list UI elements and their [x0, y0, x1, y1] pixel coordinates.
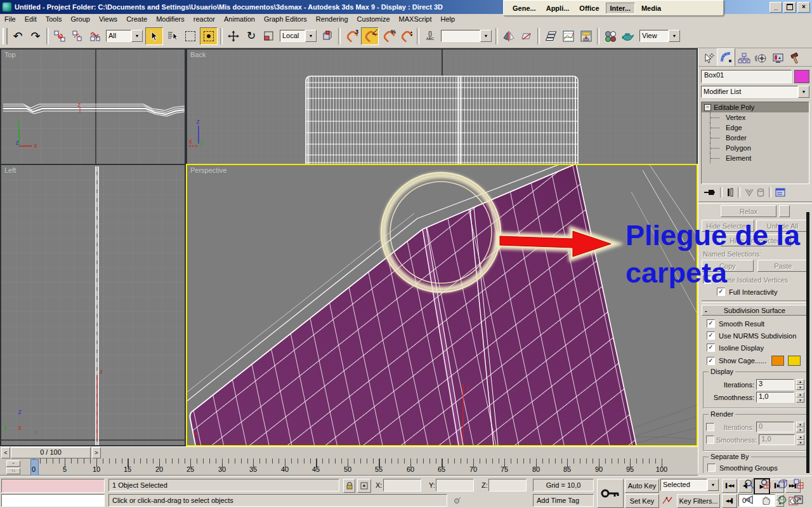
zoom-extents-button[interactable]	[775, 478, 789, 490]
unhide-all-button[interactable]: Unhide All	[756, 220, 809, 232]
render-scene-button[interactable]	[620, 28, 636, 44]
zoom-all-button[interactable]	[759, 478, 773, 490]
layer-manager-button[interactable]	[542, 28, 559, 44]
menu-maxscript[interactable]: MAXScript	[395, 15, 436, 23]
key-mode-toggle[interactable]: ◀◀▌	[722, 494, 737, 508]
select-and-move-button[interactable]	[225, 28, 242, 44]
selection-set-combo[interactable]: Selected ▼	[660, 479, 719, 491]
mini-curve-editor-button[interactable]: ~↑↓	[6, 460, 20, 473]
menu-file[interactable]: File	[0, 15, 20, 23]
tab-utilities[interactable]	[787, 51, 804, 66]
field-of-view-button[interactable]	[742, 493, 756, 506]
angle-snap-toggle[interactable]	[361, 27, 379, 45]
pan-button[interactable]	[759, 493, 773, 506]
stack-item-vertex[interactable]: Vertex	[702, 112, 809, 123]
display-smoothness-spinner[interactable]: ▲▼	[796, 392, 804, 403]
configure-modifier-sets-button[interactable]	[775, 188, 787, 197]
object-color-swatch[interactable]	[794, 70, 809, 83]
smooth-result-checkbox[interactable]: ✓	[707, 319, 715, 328]
hide-selected-button[interactable]: Hide Selected	[702, 220, 754, 232]
curve-editor-button[interactable]	[560, 28, 577, 44]
hide-unselected-button[interactable]: Hide Unselected	[720, 234, 791, 246]
menu-views[interactable]: Views	[95, 15, 122, 23]
tab-display[interactable]	[769, 51, 787, 66]
render-smoothness-field[interactable]: 1,0	[759, 434, 795, 445]
selection-lock-toggle[interactable]	[343, 479, 355, 493]
menu-edit[interactable]: Edit	[20, 15, 41, 23]
stack-item-element[interactable]: Element	[702, 153, 809, 163]
viewport-top-label[interactable]: Top	[4, 51, 16, 58]
restore-button[interactable]	[783, 2, 796, 13]
copy-button[interactable]: Copy	[702, 260, 754, 272]
previous-frame-arrow[interactable]: <	[1, 447, 10, 458]
viewport-perspective-label[interactable]: Perspective	[190, 166, 226, 174]
menu-help[interactable]: Help	[436, 15, 460, 23]
menu-rendering[interactable]: Rendering	[311, 15, 353, 23]
percent-snap-toggle[interactable]: %	[380, 28, 396, 44]
snap-toggle-3d-button[interactable]: 3	[343, 28, 360, 44]
tab-create[interactable]	[700, 51, 717, 66]
dropdown-arrow-icon[interactable]: ▼	[798, 86, 809, 98]
communicator-icon[interactable]	[452, 495, 463, 505]
default-tangents-button[interactable]	[660, 494, 674, 507]
absolute-offset-toggle[interactable]	[357, 479, 371, 493]
display-iterations-spinner[interactable]: ▲▼	[796, 379, 804, 390]
cage-color-swatch-2[interactable]	[788, 356, 801, 366]
viewport-back-label[interactable]: Back	[190, 51, 206, 58]
menu-create[interactable]: Create	[122, 15, 152, 23]
zoom-button[interactable]	[742, 478, 756, 490]
set-key-button[interactable]: Set Key	[625, 494, 659, 508]
menu-customize[interactable]: Customize	[353, 15, 395, 23]
dropdown-arrow-icon[interactable]: ▼	[669, 30, 680, 42]
cage-color-swatch-1[interactable]	[771, 356, 784, 366]
make-unique-button[interactable]	[744, 188, 754, 197]
align-button[interactable]	[518, 28, 535, 44]
dropdown-arrow-icon[interactable]: ▼	[480, 30, 492, 42]
time-slider-handle[interactable]: 0 / 100	[11, 447, 91, 458]
render-iterations-spinner[interactable]: ▲▼	[796, 422, 804, 432]
minimize-button[interactable]: _	[769, 2, 782, 13]
render-smoothness-spinner[interactable]: ▲▼	[797, 434, 804, 445]
select-object-button[interactable]	[145, 27, 163, 45]
render-smoothness-checkbox[interactable]	[706, 436, 714, 444]
viewport-back[interactable]: Back	[187, 50, 697, 164]
collapse-icon[interactable]: −	[704, 104, 711, 111]
paste-button[interactable]: Paste	[757, 260, 809, 272]
dropdown-arrow-icon[interactable]: ▼	[305, 30, 317, 42]
viewport-left[interactable]: Left z z y x x	[1, 165, 185, 445]
display-smoothness-field[interactable]: 1,0	[756, 392, 794, 403]
edit-named-selection-sets-button[interactable]: {} ABC	[422, 28, 438, 44]
modifier-list-combo[interactable]: Modifier List ▼	[701, 86, 809, 98]
rectangular-selection-region-button[interactable]	[182, 28, 199, 44]
stack-item-editable-poly[interactable]: − Editable Poly	[702, 102, 809, 112]
mirror-button[interactable]	[501, 28, 517, 44]
render-iterations-checkbox[interactable]	[706, 423, 714, 431]
z-coordinate-field[interactable]	[488, 479, 527, 491]
dropdown-arrow-icon[interactable]: ▼	[131, 30, 143, 42]
floatbar-item-office[interactable]: Office	[575, 3, 603, 13]
pin-stack-button[interactable]	[704, 188, 716, 197]
undo-button[interactable]: ↶	[10, 28, 26, 44]
named-selection-combo[interactable]: ▼	[441, 30, 492, 42]
viewport-top[interactable]: Top z y x	[1, 50, 185, 164]
bind-to-space-warp-button[interactable]	[87, 28, 103, 44]
track-bar[interactable]: ~↑↓ 0 5 10 15 20 25 30 35 40 45 50 55 60…	[0, 458, 698, 476]
panel-scrollbar[interactable]	[806, 212, 809, 473]
set-keys-button[interactable]	[597, 479, 624, 508]
render-iterations-field[interactable]: 0	[756, 422, 794, 432]
dropdown-arrow-icon[interactable]: ▼	[707, 479, 719, 491]
y-coordinate-field[interactable]	[436, 479, 474, 491]
maximize-viewport-toggle[interactable]	[792, 493, 806, 506]
tab-modify[interactable]	[717, 48, 735, 66]
floatbar-item-applications[interactable]: Appli...	[542, 3, 573, 13]
maxscript-mini-listener-pink[interactable]	[1, 479, 105, 493]
remove-modifier-button[interactable]	[756, 188, 765, 197]
go-to-start-button[interactable]: ▌◀◀	[722, 479, 737, 493]
select-and-link-button[interactable]	[51, 28, 68, 44]
selection-filter-combo[interactable]: All ▼	[106, 30, 143, 42]
key-filters-button[interactable]: Key Filters...	[677, 494, 720, 508]
menu-graph-editors[interactable]: Graph Editors	[259, 15, 311, 23]
maxscript-mini-listener-white[interactable]	[1, 494, 105, 507]
floatbar-item-internet[interactable]: Inter...	[606, 3, 635, 14]
isoline-display-checkbox[interactable]: ✓	[707, 344, 715, 352]
